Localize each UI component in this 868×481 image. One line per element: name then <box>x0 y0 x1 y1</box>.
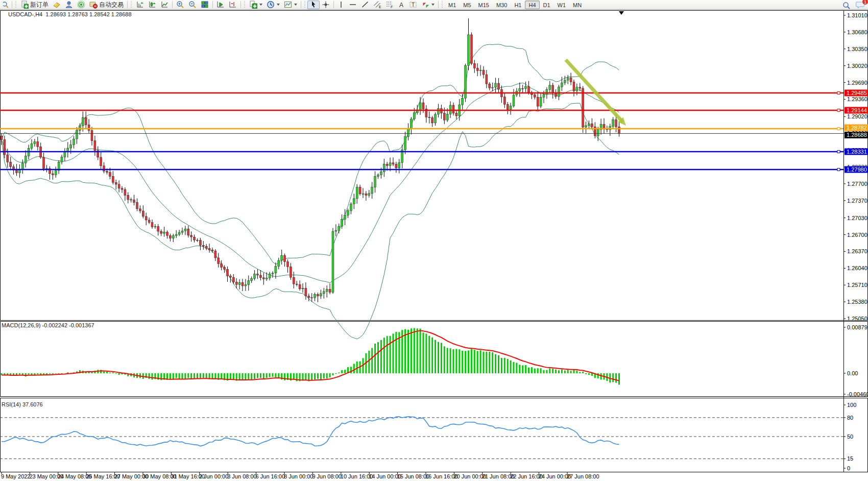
chart-sliver-icon[interactable] <box>1 1 10 9</box>
new-order-icon <box>20 1 29 9</box>
chart-title: USDCAD-,H4 1.28693 1.28763 1.28542 1.286… <box>8 11 132 17</box>
zoom-out-icon <box>188 1 197 9</box>
time-axis-label: 16 Jun 16:00 <box>425 473 458 479</box>
indicators-button[interactable] <box>247 1 264 9</box>
chart-shift-button[interactable] <box>227 1 239 9</box>
periods-dropdown-icon <box>277 4 280 6</box>
price-tick-label: 1.30680 <box>847 29 867 35</box>
candlestick-chart-icon <box>148 1 156 9</box>
auto-scroll-button[interactable] <box>214 1 227 9</box>
timeframe-button-w1[interactable]: W1 <box>554 1 570 9</box>
price-tick-label: 1.29020 <box>847 113 867 119</box>
price-badge: 1.28688 <box>845 132 868 138</box>
channel-button[interactable]: E <box>371 1 383 9</box>
arrows-tool-button[interactable] <box>419 1 437 9</box>
line-chart-button[interactable] <box>158 1 171 9</box>
rsi-axis-label: 50 <box>847 434 853 440</box>
tile-windows-icon <box>201 1 209 9</box>
line-chart-icon <box>160 1 168 9</box>
bar-chart-icon <box>136 1 144 9</box>
price-tick-label: 1.26700 <box>847 232 867 238</box>
auto-scroll-icon <box>216 1 225 9</box>
timeframe-button-h4[interactable]: H4 <box>525 1 539 9</box>
text-label-icon: T <box>409 1 417 9</box>
timeframe-group: M1M5M15M30H1H4D1W1MN <box>445 1 585 9</box>
terminal-window: 新订单 自动交易 <box>0 0 868 481</box>
navigator-button[interactable] <box>75 1 87 9</box>
timeframe-button-m15[interactable]: M15 <box>475 1 493 9</box>
zoom-out-button[interactable] <box>186 1 199 9</box>
macd-axis-label: 0.008791 <box>847 324 868 330</box>
timeframe-button-d1[interactable]: D1 <box>540 1 554 9</box>
timeframe-button-m5[interactable]: M5 <box>460 1 474 9</box>
chart-sliver-icon <box>3 1 8 9</box>
indicators-icon <box>249 1 257 9</box>
text-label-button[interactable]: T <box>407 1 419 9</box>
timeframe-button-mn[interactable]: MN <box>569 1 585 9</box>
rsi-axis-label: 100 <box>847 402 856 408</box>
price-badge: 1.28782 <box>845 125 868 131</box>
price-tick-label: 1.27700 <box>847 181 867 187</box>
time-axis-label: 9 May 2022 <box>1 473 30 479</box>
bar-chart-button[interactable] <box>134 1 146 9</box>
time-axis-label: 8 Jun 00:00 <box>284 473 314 479</box>
market-watch-button[interactable] <box>51 1 63 9</box>
new-order-button[interactable]: 新订单 <box>18 1 51 9</box>
svg-text:F: F <box>391 5 393 9</box>
svg-text:1.27980: 1.27980 <box>847 166 867 173</box>
price-tick-label: 1.25380 <box>847 299 867 305</box>
time-axis-label: 22 Jun 16:00 <box>510 473 543 479</box>
price-badge: 1.27980 <box>845 166 868 173</box>
price-tick-label: 1.25710 <box>847 282 867 288</box>
price-level-handle[interactable] <box>837 128 840 130</box>
notifications-button[interactable]: 1 <box>856 1 865 10</box>
chart-shift-icon <box>229 1 237 9</box>
search-icon[interactable] <box>842 2 851 10</box>
new-order-label: 新订单 <box>30 1 49 9</box>
price-tick-label: 1.30020 <box>847 63 867 69</box>
data-window-button[interactable] <box>63 1 75 9</box>
price-badge: 1.28331 <box>845 148 868 155</box>
vertical-line-button[interactable] <box>335 1 347 9</box>
svg-text:1.28688: 1.28688 <box>847 132 867 138</box>
autotrading-button[interactable]: 自动交易 <box>87 1 126 9</box>
price-tick-label: 1.30350 <box>847 46 867 52</box>
fibonacci-button[interactable]: F <box>383 1 396 9</box>
price-tick-label: 1.26040 <box>847 265 867 271</box>
timeframe-button-m30[interactable]: M30 <box>493 1 511 9</box>
main-panel[interactable] <box>1 11 868 321</box>
rsi-panel[interactable] <box>1 398 868 472</box>
zoom-in-button[interactable] <box>174 1 186 9</box>
timeframe-button-m1[interactable]: M1 <box>445 1 460 9</box>
periods-icon <box>267 1 275 9</box>
macd-panel[interactable] <box>1 322 868 397</box>
macd-indicator-label: MACD(12,26,9) -0.002242 -0.001367 <box>2 322 94 328</box>
price-tick-label: 1.26370 <box>847 248 867 254</box>
crosshair-button[interactable] <box>320 1 332 9</box>
svg-text:1.29144: 1.29144 <box>847 107 867 113</box>
tile-windows-button[interactable] <box>199 1 211 9</box>
time-axis-label: 3 Jun 08:00 <box>227 473 257 479</box>
svg-text:A: A <box>399 2 403 9</box>
periods-button[interactable] <box>264 1 282 9</box>
trendline-button[interactable] <box>359 1 371 9</box>
price-level-handle[interactable] <box>837 150 840 153</box>
time-axis-label: 15 Jun 08:00 <box>397 473 430 479</box>
price-level-handle[interactable] <box>837 109 840 111</box>
toolbar: 新订单 自动交易 <box>0 0 868 10</box>
price-tick-label: 1.29690 <box>847 80 867 86</box>
price-level-handle[interactable] <box>837 91 840 94</box>
price-badge: 1.29144 <box>845 107 868 113</box>
timeframe-button-h1[interactable]: H1 <box>511 1 525 9</box>
price-level-handle[interactable] <box>837 168 840 171</box>
text-button[interactable]: A <box>396 1 407 9</box>
market-watch-icon <box>53 1 61 9</box>
templates-button[interactable] <box>282 1 299 9</box>
candlestick-chart-button[interactable] <box>146 1 158 9</box>
chart-canvas[interactable]: 1.310101.306801.303501.300201.296901.293… <box>0 0 868 481</box>
cursor-button[interactable] <box>307 1 320 9</box>
arrows-icon <box>421 1 429 9</box>
rsi-axis-label: 0 <box>847 465 850 471</box>
chart-ohlc-values: 1.28693 1.28763 1.28542 1.28688 <box>45 11 131 17</box>
horizontal-line-button[interactable] <box>347 1 359 9</box>
